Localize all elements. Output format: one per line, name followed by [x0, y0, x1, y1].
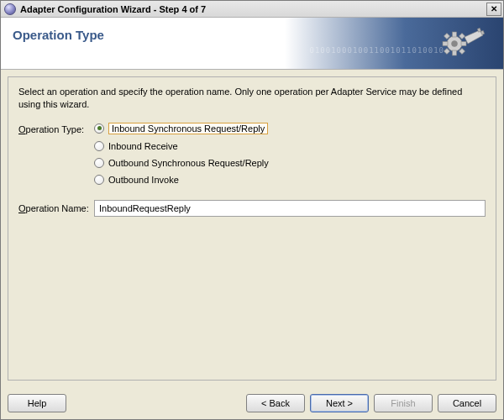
header-digits: 0100100010011001011010010 — [310, 46, 444, 55]
radio-icon — [94, 141, 104, 151]
close-button[interactable]: ✕ — [486, 3, 501, 16]
content-area: Select an operation and specify the oper… — [1, 70, 503, 387]
page-heading: Operation Type — [1, 18, 104, 69]
next-button[interactable]: Next > — [310, 394, 369, 412]
radio-label: Inbound Synchronous Request/Reply — [108, 123, 268, 134]
operation-type-row: Operation Type: Inbound Synchronous Requ… — [18, 123, 486, 185]
footer: Help < Back Next > Finish Cancel — [1, 387, 503, 419]
operation-name-row: Operation Name: — [18, 200, 486, 217]
radio-icon — [94, 123, 104, 134]
radio-icon — [94, 175, 104, 185]
operation-type-label: Operation Type: — [18, 123, 94, 134]
header-art — [285, 18, 503, 70]
radio-label: Outbound Synchronous Request/Reply — [108, 158, 269, 168]
radio-label: Inbound Receive — [108, 141, 178, 151]
back-button[interactable]: < Back — [246, 394, 305, 412]
intro-text: Select an operation and specify the oper… — [18, 86, 486, 111]
operation-name-input[interactable] — [94, 200, 486, 217]
wizard-window: Adapter Configuration Wizard - Step 4 of… — [0, 0, 504, 420]
svg-point-1 — [452, 41, 458, 47]
svg-rect-2 — [453, 32, 457, 37]
titlebar: Adapter Configuration Wizard - Step 4 of… — [1, 1, 503, 18]
operation-type-radio-group: Inbound Synchronous Request/Reply Inboun… — [94, 123, 269, 185]
app-icon — [4, 3, 16, 15]
operation-name-label: Operation Name: — [18, 203, 94, 213]
gear-plug-icon — [439, 25, 488, 62]
radio-icon — [94, 158, 104, 168]
window-title: Adapter Configuration Wizard - Step 4 of… — [20, 4, 482, 14]
content-panel: Select an operation and specify the oper… — [8, 76, 496, 381]
header-banner: Operation Type — [1, 18, 503, 70]
svg-rect-4 — [443, 42, 448, 46]
cancel-button[interactable]: Cancel — [438, 394, 496, 412]
radio-inbound-sync[interactable]: Inbound Synchronous Request/Reply — [94, 123, 269, 134]
finish-button: Finish — [374, 394, 433, 412]
radio-outbound-sync[interactable]: Outbound Synchronous Request/Reply — [94, 158, 269, 168]
radio-label: Outbound Invoke — [108, 175, 179, 185]
svg-rect-5 — [461, 42, 466, 46]
help-button[interactable]: Help — [8, 394, 66, 412]
radio-inbound-receive[interactable]: Inbound Receive — [94, 141, 269, 151]
radio-outbound-invoke[interactable]: Outbound Invoke — [94, 175, 269, 185]
svg-rect-3 — [453, 50, 457, 55]
